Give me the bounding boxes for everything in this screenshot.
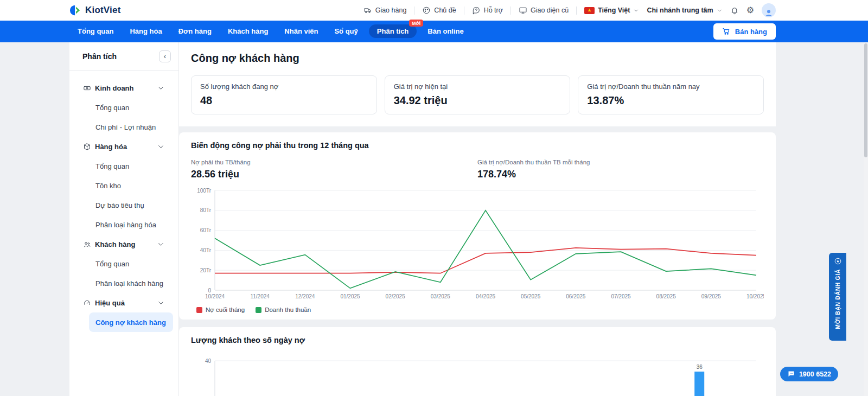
chevron-down-icon [157,143,165,151]
svg-text:03/2025: 03/2025 [431,293,451,299]
chevron-down-icon [717,8,723,14]
branch-selector[interactable]: Chi nhánh trung tâm [647,7,722,14]
language-label: Tiếng Việt [598,7,630,14]
logo-text: KiotViet [85,5,121,16]
svg-text:05/2025: 05/2025 [521,293,541,299]
sidebar-item-hang-hoa-tong-quan[interactable]: Tổng quan [69,156,178,176]
svg-text:06/2025: 06/2025 [566,293,586,299]
svg-text:20Tr: 20Tr [200,267,212,273]
sidebar-collapse-button[interactable]: ‹ [159,50,171,62]
debt-line-chart: 020Tr40Tr60Tr80Tr100Tr10/202411/202412/2… [191,187,764,302]
nav-hang-hoa[interactable]: Hàng hóa [122,21,170,42]
top-header: KiotViet Giao hàng Chủ đề Hỗ trợ Giao di… [0,0,868,21]
sidebar-group-khach-hang[interactable]: Khách hàng [69,234,178,254]
header-link-label: Giao diện cũ [531,7,569,14]
svg-text:08/2025: 08/2025 [656,293,676,299]
sidebar-group-kinh-doanh[interactable]: Kinh doanh [69,78,178,98]
stat-value: 34.92 triệu [394,94,561,107]
page-title: Công nợ khách hàng [191,52,764,65]
days-chart-title: Lượng khách theo số ngày nợ [191,336,764,344]
language-selector[interactable]: ★ Tiếng Việt [584,7,639,14]
branch-label: Chi nhánh trung tâm [647,7,713,14]
nav-nhan-vien[interactable]: Nhân viên [276,21,326,42]
svg-text:02/2025: 02/2025 [386,293,406,299]
chevron-down-icon [157,240,165,248]
stat-value: 13.87% [587,94,755,107]
nav-phan-tich[interactable]: Phân tíchMới [366,21,420,42]
header-link-label: Chủ đề [434,7,456,14]
kiotviet-logo[interactable]: KiotViet [69,4,121,16]
sidebar-item-du-bao-tieu-thu[interactable]: Dự báo tiêu thụ [69,195,178,215]
hotline-number: 1900 6522 [799,371,831,378]
sidebar-group-hang-hoa[interactable]: Hàng hóa [69,137,178,156]
chart-stat-monthly-ratio: Giá trị nợ/Doanh thu thuần TB mỗi tháng … [477,159,764,180]
sidebar-item-phan-loai-hang-hoa[interactable]: Phân loại hàng hóa [69,215,178,234]
stat-card-current-debt: Giá trị nợ hiện tại 34.92 triệu [385,75,571,114]
kiotviet-logo-icon [69,4,81,16]
header-link-giao-dien-cu[interactable]: Giao diện cũ [519,6,569,15]
sell-button[interactable]: Bán hàng [713,23,776,40]
old-interface-icon [519,6,527,15]
sidebar-item-kinh-doanh-tong-quan[interactable]: Tổng quan [69,98,178,117]
hotline-button[interactable]: 1900 6522 [780,367,838,381]
notification-bell-icon[interactable] [730,6,739,15]
svg-text:40: 40 [205,358,212,364]
delivery-icon [363,6,372,15]
svg-text:36: 36 [697,364,703,370]
header-link-ho-tro[interactable]: Hỗ trợ [472,6,503,15]
nav-so-quy[interactable]: Sổ quỹ [326,21,366,42]
debt-trend-card: Biến động công nợ phải thu trong 12 thán… [179,132,776,320]
user-avatar[interactable] [762,3,776,17]
debt-days-card: Lượng khách theo số ngày nợ 4036 [179,327,776,396]
svg-text:0: 0 [208,288,211,293]
chevron-down-icon [157,84,165,92]
sidebar-group-hieu-qua[interactable]: Hiệu quả [69,293,178,312]
settings-gear-icon[interactable]: ⚙ [746,6,754,15]
support-icon [472,6,481,15]
svg-text:80Tr: 80Tr [200,207,212,213]
svg-text:07/2025: 07/2025 [611,293,631,299]
sidebar-item-chi-phi-loi-nhuan[interactable]: Chi phí - Lợi nhuận [69,117,178,137]
theme-icon [422,6,431,15]
stat-label: Giá trị nợ hiện tại [394,82,561,91]
legend-item[interactable]: Doanh thu thuần [256,306,311,313]
header-link-chu-de[interactable]: Chủ đề [422,6,456,15]
chevron-down-icon [633,8,639,14]
main-content: Công nợ khách hàng Số lượng khách đang n… [179,42,776,396]
debt-chart-title: Biến động công nợ phải thu trong 12 thán… [191,141,764,150]
divider [464,7,464,15]
svg-text:100Tr: 100Tr [197,188,211,194]
header-link-giao-hang[interactable]: Giao hàng [363,6,407,15]
chart-stat-avg-receivable: Nợ phải thu TB/tháng 28.56 triệu [191,159,477,180]
nav-khach-hang[interactable]: Khách hàng [220,21,276,42]
nav-tong-quan[interactable]: Tổng quan [69,21,122,42]
svg-text:40Tr: 40Tr [200,247,212,253]
page-header-section: Công nợ khách hàng Số lượng khách đang n… [179,42,776,126]
legend-swatch [256,307,261,313]
svg-text:10/2024: 10/2024 [205,293,225,299]
sidebar-item-khach-hang-tong-quan[interactable]: Tổng quan [69,254,178,273]
svg-text:12/2024: 12/2024 [295,293,315,299]
customers-icon [83,240,91,248]
scrollbar-thumb[interactable] [864,43,867,157]
sidebar-item-cong-no-khach-hang[interactable]: Công nợ khách hàng [89,312,173,332]
svg-text:04/2025: 04/2025 [476,293,496,299]
review-invite-button[interactable]: MỜI BẠN ĐÁNH GIÁ [829,253,846,341]
stat-label: Giá trị nợ/Doanh thu thuần năm nay [587,82,755,91]
nav-ban-online[interactable]: Bán online [419,21,471,42]
chart-legend: Nợ cuối thángDoanh thu thuần [191,306,764,313]
divider [576,7,577,15]
stat-card-debtor-count: Số lượng khách đang nợ 48 [191,75,377,114]
header-link-label: Hỗ trợ [484,7,503,14]
stat-value: 48 [200,94,368,107]
svg-text:01/2025: 01/2025 [340,293,360,299]
sidebar-item-phan-loai-khach-hang[interactable]: Phân loại khách hàng [69,273,178,293]
legend-item[interactable]: Nợ cuối tháng [196,306,245,313]
divider [510,7,511,15]
nav-don-hang[interactable]: Đơn hàng [170,21,220,42]
legend-swatch [196,307,202,313]
cart-icon [722,27,731,36]
business-icon [83,84,91,92]
sidebar-item-ton-kho[interactable]: Tồn kho [69,176,178,195]
scrollbar[interactable] [864,42,868,396]
